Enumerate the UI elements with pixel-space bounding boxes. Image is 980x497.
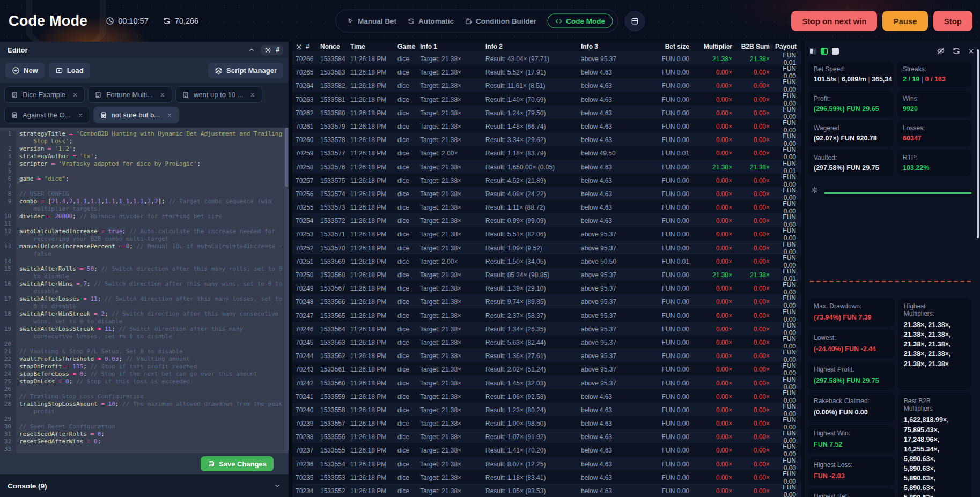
- table-row[interactable]: 70260153357811:26:18 PMdiceTarget: 21.38…: [292, 132, 801, 146]
- col-header-b2b-sum[interactable]: B2B Sum: [738, 43, 775, 50]
- tab-close-icon[interactable]: [77, 112, 84, 118]
- tab-close-icon[interactable]: [166, 112, 173, 118]
- nav-item-code-mode[interactable]: Code Mode: [547, 14, 613, 28]
- code-line[interactable]: 24stopBeforeLoss = 0; // Stop if the nex…: [0, 370, 283, 378]
- code-line[interactable]: 20: [0, 340, 283, 348]
- table-row[interactable]: 70251153356911:26:18 PMdiceTarget: 2.00×…: [292, 254, 801, 268]
- code-lines[interactable]: 1strategyTitle = 'ComboB2B Hunting with …: [0, 128, 289, 453]
- table-row[interactable]: 70248153356611:26:18 PMdiceTarget: 21.38…: [292, 294, 801, 308]
- code-line[interactable]: 1strategyTitle = 'ComboB2B Hunting with …: [0, 130, 283, 145]
- code-line[interactable]: 22vaultProfitsThreshold = 0.03; // Vault…: [0, 355, 283, 363]
- table-row[interactable]: 70250153356811:26:18 PMdiceTarget: 21.38…: [292, 268, 801, 281]
- layout-full-icon[interactable]: [832, 48, 839, 55]
- stats-refresh-icon[interactable]: [952, 47, 961, 55]
- code-line[interactable]: 8// USER CONFIG: [0, 190, 283, 198]
- table-row[interactable]: 70237153355511:26:18 PMdiceTarget: 21.38…: [292, 443, 801, 456]
- new-script-button[interactable]: New: [5, 63, 45, 78]
- code-line[interactable]: 30// Seed Reset Configuration: [0, 423, 283, 431]
- table-row[interactable]: 70249153356711:26:18 PMdiceTarget: 21.38…: [292, 281, 801, 294]
- table-row[interactable]: 70241153355911:26:18 PMdiceTarget: 21.38…: [292, 389, 801, 403]
- code-line[interactable]: 12autoCalculatedIncrease = true; // Auto…: [0, 228, 283, 243]
- table-row[interactable]: 70264153358211:26:18 PMdiceTarget: 21.38…: [292, 78, 801, 92]
- code-line[interactable]: 17switchAfterLosses = 11; // Switch dire…: [0, 295, 283, 310]
- editor-scrollbar[interactable]: [284, 128, 289, 453]
- code-line[interactable]: 15switchAfterRolls = 50; // Switch direc…: [0, 265, 283, 280]
- code-line[interactable]: 4scripter = 'Vrafasky adapted for dice b…: [0, 160, 283, 168]
- close-icon[interactable]: [968, 47, 975, 55]
- code-line[interactable]: 11: [0, 220, 283, 228]
- col-header-payout[interactable]: Payout: [775, 43, 802, 50]
- code-line[interactable]: 10divider = 20000; // Balance divider fo…: [0, 213, 283, 220]
- tab-not-sure-but-b[interactable]: not sure but b...: [93, 107, 179, 123]
- table-row[interactable]: 70236153355411:26:18 PMdiceTarget: 21.38…: [292, 457, 801, 470]
- eye-off-icon[interactable]: [937, 47, 945, 55]
- table-row[interactable]: 70246153356411:26:18 PMdiceTarget: 21.38…: [292, 322, 801, 335]
- code-line[interactable]: 21// Vaulting & Stop P/L Setup. Set 0 to…: [0, 348, 283, 355]
- table-row[interactable]: 70262153358011:26:18 PMdiceTarget: 21.38…: [292, 106, 801, 119]
- chevron-up-icon[interactable]: [248, 46, 255, 54]
- table-row[interactable]: 70257153357511:26:18 PMdiceTarget: 21.38…: [292, 173, 801, 187]
- tab-fortune-multi[interactable]: Fortune Multi...: [88, 86, 172, 103]
- tab-against-the-o[interactable]: Against the O...: [4, 107, 90, 123]
- table-row[interactable]: 70253153357111:26:18 PMdiceTarget: 21.38…: [292, 227, 801, 240]
- nav-item-automatic[interactable]: Automatic: [407, 17, 454, 25]
- code-line[interactable]: 27// Trailing Stop Loss Configuration: [0, 393, 283, 400]
- table-row[interactable]: 70242153356011:26:18 PMdiceTarget: 21.38…: [292, 376, 801, 389]
- script-manager-button[interactable]: Script Manager: [208, 63, 283, 78]
- code-line[interactable]: 28trailingStopLossAmount = 10; // The ma…: [0, 400, 283, 416]
- table-row[interactable]: 70245153356311:26:18 PMdiceTarget: 21.38…: [292, 335, 801, 348]
- code-editor[interactable]: 1strategyTitle = 'ComboB2B Hunting with …: [0, 128, 289, 453]
- gear-icon[interactable]: [296, 43, 303, 50]
- tab-close-icon[interactable]: [72, 92, 78, 98]
- col-header-info-3[interactable]: Info 3: [581, 43, 645, 50]
- col-header-bet-size[interactable]: Bet size: [645, 43, 695, 50]
- table-row[interactable]: 70266153358411:26:18 PMdiceTarget: 21.38…: [292, 51, 801, 65]
- code-line[interactable]: 31resetSeedAfterRolls = 0;: [0, 431, 283, 438]
- table-row[interactable]: 70255153357311:26:18 PMdiceTarget: 21.38…: [292, 200, 801, 213]
- table-row[interactable]: 70244153356211:26:18 PMdiceTarget: 21.38…: [292, 348, 801, 362]
- table-row[interactable]: 70259153357711:26:18 PMdiceTarget: 2.00×…: [292, 146, 801, 159]
- code-line[interactable]: 19switchAfterLossStreak = 11; // Switch …: [0, 325, 283, 340]
- console-bar[interactable]: Console (9): [0, 474, 289, 497]
- table-row[interactable]: 70261153357911:26:18 PMdiceTarget: 21.38…: [292, 119, 801, 132]
- col-header-multiplier[interactable]: Multiplier: [695, 43, 738, 50]
- table-row[interactable]: 70238153355611:26:18 PMdiceTarget: 21.38…: [292, 429, 801, 443]
- tab-close-icon[interactable]: [249, 92, 256, 98]
- col-header-info-2[interactable]: Info 2: [485, 43, 581, 50]
- layout-toggle-button[interactable]: [624, 11, 645, 31]
- code-line[interactable]: 23stopOnProfit = 135; // Stop if this pr…: [0, 363, 283, 370]
- table-row[interactable]: 70239153355711:26:18 PMdiceTarget: 21.38…: [292, 416, 801, 429]
- col-header-nonce[interactable]: Nonce: [320, 43, 350, 50]
- code-line[interactable]: 3strategyAuthor = 'tx';: [0, 153, 283, 160]
- nav-item-condition-builder[interactable]: Condition Builder: [465, 17, 536, 25]
- table-row[interactable]: 70234153355211:26:18 PMdiceTarget: 21.38…: [292, 484, 801, 497]
- code-line[interactable]: 5: [0, 168, 283, 175]
- stop-on-next-win-button[interactable]: Stop on next win: [791, 11, 877, 31]
- col-header-time[interactable]: Time: [350, 43, 397, 50]
- table-row[interactable]: 70258153357611:26:18 PMdiceTarget: 21.38…: [292, 160, 801, 173]
- code-line[interactable]: 13manualOnLossIncreasePercent = 0; // Ma…: [0, 243, 283, 258]
- chevron-down-icon[interactable]: [274, 482, 281, 489]
- table-row[interactable]: 70265153358311:26:18 PMdiceTarget: 21.38…: [292, 65, 801, 78]
- code-line[interactable]: 33: [0, 446, 283, 453]
- code-line[interactable]: 32resetSeedAfterWins = 0;: [0, 438, 283, 446]
- table-row[interactable]: 70263153358111:26:18 PMdiceTarget: 21.38…: [292, 92, 801, 106]
- table-row[interactable]: 70235153355311:26:18 PMdiceTarget: 21.38…: [292, 470, 801, 484]
- code-line[interactable]: 16switchAfterWins = 7; // Switch directi…: [0, 280, 283, 295]
- layout-split-icon[interactable]: [809, 48, 816, 55]
- pause-button[interactable]: Pause: [882, 11, 927, 31]
- code-line[interactable]: 14: [0, 258, 283, 265]
- tab-dice-example[interactable]: Dice Example: [4, 86, 85, 103]
- tab-went-up-to-10[interactable]: went up to 10 ...: [175, 86, 263, 103]
- stats-scrollbar[interactable]: [977, 49, 979, 238]
- code-line[interactable]: 7: [0, 183, 283, 190]
- code-line[interactable]: 6game = "dice";: [0, 175, 283, 183]
- code-line[interactable]: 25stopOnLoss = 0; // Stop if this loss i…: [0, 378, 283, 385]
- col-header-game[interactable]: Game: [397, 43, 420, 50]
- stop-button[interactable]: Stop: [933, 11, 972, 31]
- code-line[interactable]: 26: [0, 385, 283, 393]
- nav-item-manual-bet[interactable]: Manual Bet: [347, 17, 396, 25]
- code-line[interactable]: 2version = '1.2';: [0, 145, 283, 153]
- code-line[interactable]: 18switchAfterWinStreak = 2; // Switch di…: [0, 310, 283, 325]
- table-row[interactable]: 70247153356511:26:18 PMdiceTarget: 21.38…: [292, 308, 801, 322]
